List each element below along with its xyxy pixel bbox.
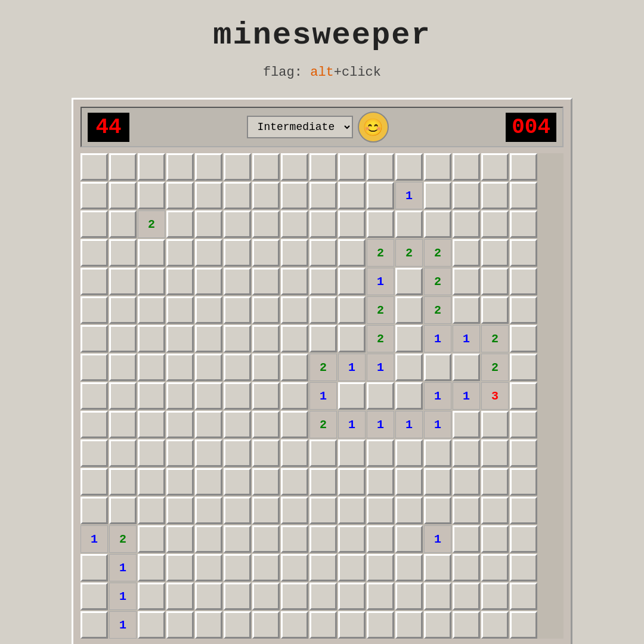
cell[interactable] — [109, 268, 137, 295]
cell[interactable] — [424, 439, 451, 467]
cell[interactable] — [224, 153, 251, 181]
cell[interactable] — [252, 354, 280, 381]
cell[interactable] — [453, 210, 480, 238]
cell[interactable] — [138, 497, 165, 524]
cell[interactable] — [109, 354, 137, 381]
cell[interactable] — [338, 239, 366, 267]
cell[interactable] — [138, 354, 165, 381]
cell[interactable]: 1 — [395, 411, 423, 438]
cell[interactable] — [367, 382, 394, 410]
cell[interactable] — [424, 354, 451, 381]
cell[interactable] — [252, 239, 280, 267]
cell[interactable] — [281, 239, 308, 267]
cell[interactable] — [109, 439, 137, 467]
cell[interactable] — [166, 411, 194, 438]
cell[interactable] — [138, 583, 165, 610]
cell[interactable] — [395, 296, 423, 324]
cell[interactable] — [252, 153, 280, 181]
cell[interactable] — [453, 439, 480, 467]
cell[interactable] — [424, 583, 451, 610]
cell[interactable] — [309, 611, 337, 639]
cell[interactable] — [109, 153, 137, 181]
cell[interactable] — [281, 182, 308, 209]
cell[interactable] — [481, 525, 509, 553]
cell[interactable] — [281, 439, 308, 467]
cell[interactable]: 1 — [109, 554, 137, 581]
cell[interactable] — [453, 525, 480, 553]
cell[interactable] — [109, 296, 137, 324]
cell[interactable] — [166, 182, 194, 209]
cell[interactable] — [224, 554, 251, 581]
cell[interactable] — [224, 525, 251, 553]
cell[interactable] — [338, 583, 366, 610]
cell[interactable] — [195, 354, 222, 381]
cell[interactable] — [252, 182, 280, 209]
cell[interactable] — [80, 296, 108, 324]
cell[interactable] — [424, 554, 451, 581]
cell[interactable] — [453, 296, 480, 324]
cell[interactable]: 1 — [338, 411, 366, 438]
cell[interactable] — [224, 583, 251, 610]
cell[interactable] — [510, 497, 537, 524]
cell[interactable]: 1 — [367, 411, 394, 438]
cell[interactable] — [138, 411, 165, 438]
cell[interactable] — [281, 468, 308, 496]
cell[interactable] — [510, 411, 537, 438]
cell[interactable] — [481, 239, 509, 267]
cell[interactable] — [453, 239, 480, 267]
cell[interactable] — [252, 525, 280, 553]
cell[interactable] — [195, 497, 222, 524]
cell[interactable] — [252, 439, 280, 467]
cell[interactable] — [281, 210, 308, 238]
cell[interactable] — [510, 210, 537, 238]
cell[interactable] — [338, 325, 366, 352]
cell[interactable] — [195, 382, 222, 410]
cell[interactable] — [109, 325, 137, 352]
cell[interactable] — [281, 153, 308, 181]
cell[interactable]: 2 — [367, 296, 394, 324]
cell[interactable] — [80, 583, 108, 610]
cell[interactable] — [510, 325, 537, 352]
cell[interactable] — [453, 268, 480, 295]
cell[interactable] — [453, 468, 480, 496]
cell[interactable] — [367, 611, 394, 639]
cell[interactable]: 1 — [424, 525, 451, 553]
cell[interactable]: 1 — [309, 382, 337, 410]
cell[interactable] — [367, 439, 394, 467]
cell[interactable]: 3 — [481, 382, 509, 410]
cell[interactable] — [166, 153, 194, 181]
cell[interactable] — [138, 325, 165, 352]
cell[interactable] — [80, 439, 108, 467]
cell[interactable] — [338, 210, 366, 238]
cell[interactable] — [166, 354, 194, 381]
cell[interactable] — [309, 583, 337, 610]
cell[interactable] — [281, 497, 308, 524]
cell[interactable] — [80, 382, 108, 410]
cell[interactable] — [338, 554, 366, 581]
cell[interactable]: 1 — [338, 354, 366, 381]
difficulty-select[interactable]: Beginner Intermediate Expert — [247, 116, 353, 138]
cell[interactable]: 1 — [453, 325, 480, 352]
cell[interactable] — [367, 583, 394, 610]
cell[interactable] — [395, 210, 423, 238]
cell[interactable] — [224, 239, 251, 267]
cell[interactable] — [252, 268, 280, 295]
cell[interactable] — [80, 239, 108, 267]
cell[interactable] — [166, 239, 194, 267]
cell[interactable] — [395, 268, 423, 295]
cell[interactable] — [138, 554, 165, 581]
cell[interactable] — [424, 182, 451, 209]
cell[interactable] — [309, 325, 337, 352]
cell[interactable] — [195, 439, 222, 467]
cell[interactable]: 2 — [309, 411, 337, 438]
cell[interactable]: 2 — [138, 210, 165, 238]
cell[interactable] — [109, 182, 137, 209]
cell[interactable] — [309, 525, 337, 553]
cell[interactable] — [224, 296, 251, 324]
cell[interactable] — [166, 525, 194, 553]
cell[interactable] — [224, 354, 251, 381]
cell[interactable] — [109, 468, 137, 496]
cell[interactable] — [338, 611, 366, 639]
cell[interactable] — [367, 210, 394, 238]
cell[interactable] — [195, 525, 222, 553]
